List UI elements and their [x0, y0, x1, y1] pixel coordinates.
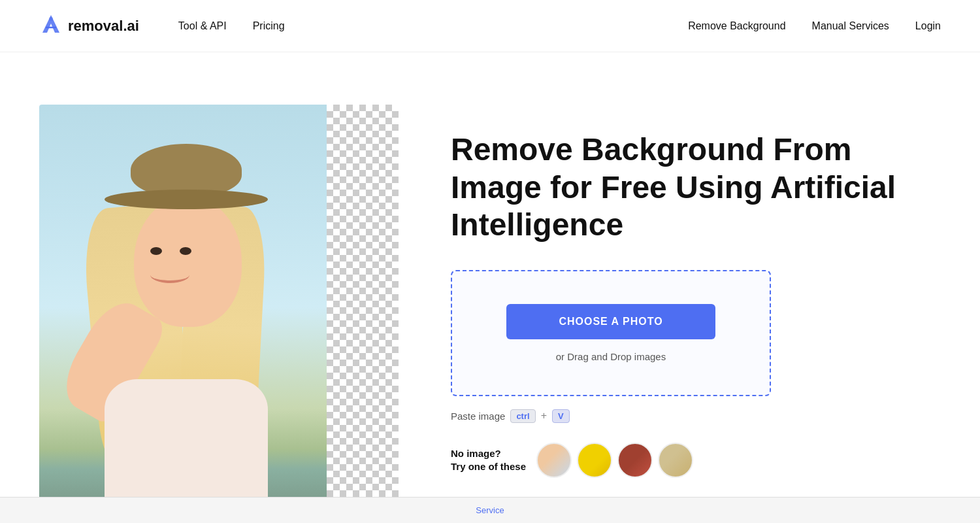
eye-left [150, 247, 162, 255]
image-section [39, 105, 399, 510]
choose-photo-button[interactable]: CHOOSE A PHOTO [506, 304, 715, 339]
smile [150, 267, 189, 283]
logo-text: removal.ai [68, 18, 139, 35]
sample-label: No image?Try one of these [451, 447, 526, 473]
face [134, 196, 242, 327]
logo-icon [39, 13, 63, 39]
hero-title: Remove Background From Image for Free Us… [451, 131, 941, 244]
sample-thumb-bag[interactable] [617, 443, 653, 478]
nav-manual-services[interactable]: Manual Services [812, 20, 889, 32]
main-content: Remove Background From Image for Free Us… [0, 52, 980, 523]
nav-tool-api[interactable]: Tool & API [178, 20, 227, 32]
hat-brim [105, 190, 268, 209]
header: removal.ai Tool & API Pricing Remove Bac… [0, 0, 980, 52]
drag-drop-text: or Drag and Drop images [472, 351, 750, 362]
footer-bar: Service [0, 497, 980, 523]
hat-crown [131, 144, 242, 196]
shirt [105, 379, 268, 510]
nav-remove-background[interactable]: Remove Background [688, 20, 785, 32]
left-nav: Tool & API Pricing [178, 20, 285, 32]
upload-box[interactable]: CHOOSE A PHOTO or Drag and Drop images [451, 270, 771, 396]
paste-row: Paste image ctrl + V [451, 409, 771, 423]
logo[interactable]: removal.ai [39, 13, 139, 39]
hero-image-container [39, 105, 399, 510]
nav-login[interactable]: Login [915, 20, 941, 32]
sample-thumb-person[interactable] [536, 443, 572, 478]
right-nav: Remove Background Manual Services Login [688, 20, 941, 32]
hat [118, 144, 255, 209]
svg-point-0 [49, 17, 53, 21]
sample-thumb-car[interactable] [577, 443, 612, 478]
plus-sign: + [541, 410, 547, 422]
eye-right [180, 247, 191, 255]
sample-row: No image?Try one of these [451, 443, 771, 478]
sample-images [536, 443, 693, 478]
paste-label: Paste image [451, 411, 505, 422]
v-key: V [552, 409, 570, 423]
nav-pricing[interactable]: Pricing [253, 20, 285, 32]
right-section: Remove Background From Image for Free Us… [451, 105, 941, 523]
footer-service[interactable]: Service [476, 505, 504, 515]
sample-thumb-dog[interactable] [658, 443, 693, 478]
ctrl-key: ctrl [510, 409, 535, 423]
person-image [39, 105, 327, 510]
